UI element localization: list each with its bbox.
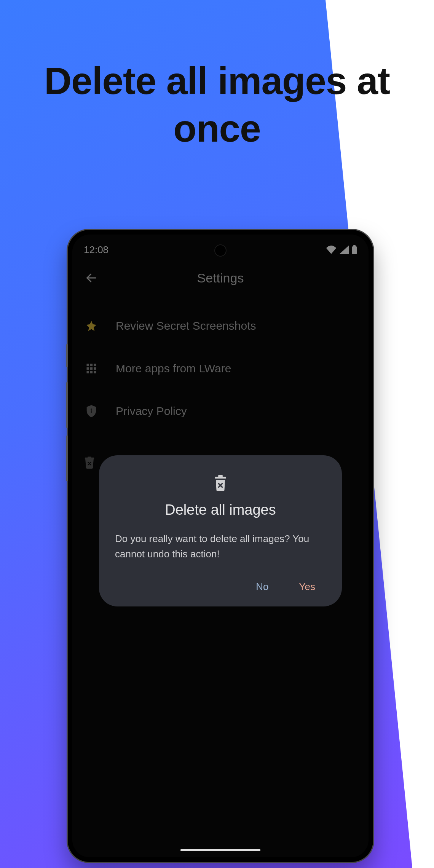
svg-rect-3 bbox=[87, 364, 89, 366]
camera-hole bbox=[214, 244, 227, 257]
settings-list: Review Secret Screenshots More apps from… bbox=[72, 297, 369, 440]
back-button[interactable] bbox=[83, 270, 100, 286]
dialog-body: Do you really want to delete all images?… bbox=[115, 531, 326, 562]
svg-rect-16 bbox=[218, 475, 223, 477]
page-title: Settings bbox=[197, 271, 244, 286]
delete-confirm-dialog: Delete all images Do you really want to … bbox=[99, 455, 342, 606]
app-header: Settings bbox=[72, 259, 369, 297]
settings-item-label: Review Secret Screenshots bbox=[116, 319, 256, 332]
settings-item-review[interactable]: Review Secret Screenshots bbox=[72, 305, 369, 347]
phone-side-button bbox=[66, 344, 68, 367]
phone-frame: 12:08 Settings bbox=[68, 230, 373, 862]
phone-side-button bbox=[66, 382, 68, 428]
svg-rect-4 bbox=[90, 364, 93, 366]
phone-side-button bbox=[66, 436, 68, 481]
svg-rect-13 bbox=[91, 410, 92, 413]
trash-icon bbox=[84, 456, 95, 470]
settings-item-privacy[interactable]: Privacy Policy bbox=[72, 390, 369, 432]
dialog-actions: No Yes bbox=[115, 581, 326, 593]
svg-point-12 bbox=[91, 408, 92, 410]
grid-icon bbox=[84, 363, 99, 374]
settings-item-label: More apps from LWare bbox=[116, 362, 231, 375]
svg-rect-10 bbox=[90, 371, 93, 373]
settings-item-more-apps[interactable]: More apps from LWare bbox=[72, 347, 369, 390]
wifi-icon bbox=[326, 246, 337, 254]
status-time: 12:08 bbox=[84, 244, 108, 256]
dialog-no-button[interactable]: No bbox=[256, 581, 268, 593]
settings-item-label: Privacy Policy bbox=[116, 405, 187, 418]
status-icons bbox=[326, 245, 357, 254]
star-icon bbox=[84, 320, 99, 332]
svg-rect-15 bbox=[85, 458, 94, 459]
svg-rect-7 bbox=[90, 367, 93, 370]
home-indicator[interactable] bbox=[180, 849, 260, 851]
arrow-left-icon bbox=[85, 271, 98, 284]
svg-rect-0 bbox=[352, 246, 357, 254]
svg-rect-5 bbox=[94, 364, 96, 366]
signal-icon bbox=[340, 246, 349, 254]
svg-rect-1 bbox=[353, 245, 356, 246]
promo-background: Delete all images at once 12:08 Sett bbox=[0, 0, 434, 868]
trash-icon bbox=[115, 475, 326, 491]
svg-rect-8 bbox=[94, 367, 96, 370]
svg-rect-17 bbox=[215, 477, 226, 479]
promo-headline: Delete all images at once bbox=[0, 0, 434, 152]
svg-rect-6 bbox=[87, 367, 89, 370]
divider bbox=[72, 444, 369, 444]
dialog-yes-button[interactable]: Yes bbox=[299, 581, 315, 593]
shield-icon bbox=[84, 405, 99, 417]
phone-screen: 12:08 Settings bbox=[72, 235, 369, 857]
battery-icon bbox=[352, 245, 357, 254]
dialog-title: Delete all images bbox=[115, 502, 326, 518]
svg-rect-9 bbox=[87, 371, 89, 373]
svg-rect-11 bbox=[94, 371, 96, 373]
